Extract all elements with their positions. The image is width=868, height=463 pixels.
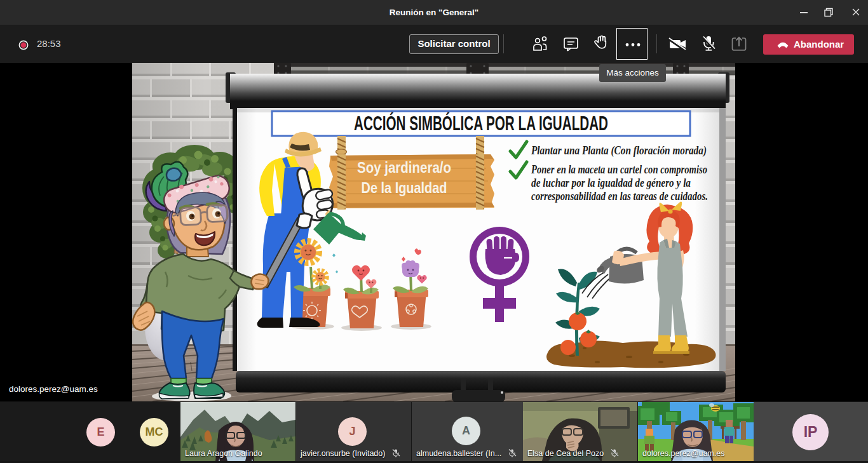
svg-text:ACCIÓN SIMBÓLICA POR LA IGUALD: ACCIÓN SIMBÓLICA POR LA IGUALDAD [354, 112, 608, 135]
svg-text:Poner en la maceta un cartel c: Poner en la maceta un cartel con comprom… [531, 163, 707, 176]
svg-text:corresponsabilidad en las tare: corresponsabilidad en las tareas de cuid… [531, 190, 708, 203]
svg-text:De la Igualdad: De la Igualdad [362, 179, 447, 196]
svg-text:Soy jardinera/o: Soy jardinera/o [357, 159, 451, 176]
svg-text:Plantar una Planta (Con florac: Plantar una Planta (Con floración morada… [531, 144, 707, 158]
svg-text:de luchar por la igualdad de g: de luchar por la igualdad de género y la [531, 177, 691, 189]
